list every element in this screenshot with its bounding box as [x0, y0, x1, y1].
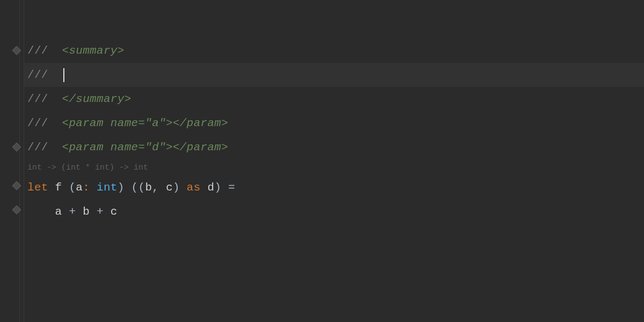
indent	[27, 206, 55, 218]
doc-tag-summary-open: <summary>	[62, 45, 125, 57]
doc-tag-param: <param name="a"></param>	[62, 117, 229, 129]
code-line[interactable]: /// </summary>	[24, 87, 644, 111]
code-line[interactable]: let f (a: int) ((b, c) as d) =	[24, 175, 644, 200]
type-hint: int -> (int * int) -> int	[27, 163, 148, 172]
doc-comment-slash: ///	[27, 69, 62, 81]
paren: )	[118, 181, 131, 194]
paren: ((	[131, 181, 145, 194]
code-area[interactable]: /// <summary> /// /// </summary> /// <pa…	[24, 0, 644, 322]
function-name: f	[48, 181, 69, 194]
inlay-hint-line: int -> (int * int) -> int	[24, 159, 644, 175]
code-line[interactable]: /// <summary>	[24, 39, 644, 63]
param-a: a	[76, 181, 83, 194]
code-line[interactable]: /// <param name="a"></param>	[24, 111, 644, 135]
plus-op: +	[62, 206, 83, 218]
doc-tag-summary-close: </summary>	[62, 93, 131, 105]
doc-tag-param: <param name="d"></param>	[62, 141, 229, 153]
ident-b: b	[83, 206, 90, 218]
colon: :	[83, 181, 97, 194]
keyword-let: let	[27, 181, 48, 194]
keyword-as: as	[187, 181, 201, 194]
doc-comment-slash: ///	[27, 93, 62, 105]
param-c: c	[166, 181, 173, 194]
paren: )	[214, 181, 228, 194]
param-d: d	[201, 181, 215, 194]
ident-a: a	[55, 206, 62, 218]
comma: ,	[152, 181, 166, 194]
plus-op: +	[90, 206, 111, 218]
equals: =	[228, 181, 235, 194]
doc-comment-slash: ///	[27, 45, 62, 57]
code-line[interactable]: /// <param name="d"></param>	[24, 135, 644, 159]
param-b: b	[145, 181, 152, 194]
code-editor[interactable]: /// <summary> /// /// </summary> /// <pa…	[0, 0, 644, 322]
doc-comment-slash: ///	[27, 141, 62, 153]
paren: (	[69, 181, 76, 194]
type-int: int	[97, 181, 118, 194]
text-cursor	[63, 68, 64, 82]
doc-comment-slash: ///	[27, 117, 62, 129]
code-line-active[interactable]: ///	[24, 63, 644, 87]
ident-c: c	[111, 206, 118, 218]
paren: )	[173, 181, 187, 194]
gutter	[0, 0, 24, 322]
code-line[interactable]: a + b + c	[24, 200, 644, 224]
